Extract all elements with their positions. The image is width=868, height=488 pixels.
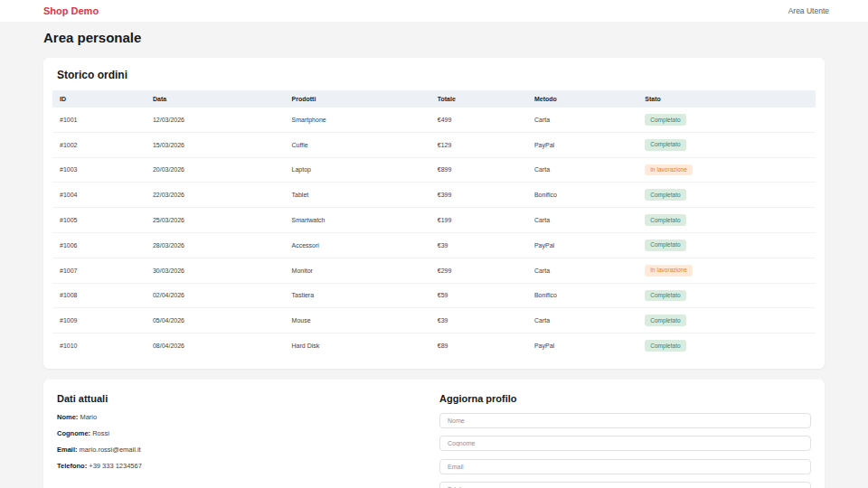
info-label-cognome: Cognome:	[57, 429, 90, 437]
order-product-cell: Mouse	[285, 308, 430, 333]
cognome-field[interactable]	[439, 436, 811, 451]
order-date-cell: 30/03/2026	[146, 258, 285, 283]
telefono-field[interactable]	[439, 482, 811, 488]
info-value-email: mario.rossi@email.it	[78, 446, 141, 454]
table-row: #101008/04/2026Hard Disk€89PayPalComplet…	[52, 333, 816, 358]
top-navbar: Shop Demo Area Utente	[0, 0, 868, 22]
order-id-cell: #1009	[52, 308, 146, 333]
info-value-cognome: Rossi	[90, 429, 109, 437]
orders-card-title: Storico ordini	[57, 69, 811, 81]
order-status-cell: Completato	[637, 132, 816, 157]
info-line-cognome: Cognome: Rossi	[57, 429, 421, 437]
table-row: #100215/03/2026Cuffie€129PayPalCompletat…	[52, 132, 816, 157]
column-header-stato: Stato	[637, 90, 816, 108]
order-total-cell: €199	[430, 208, 527, 233]
order-status-cell: In lavorazione	[637, 157, 816, 183]
order-product-cell: Accessori	[285, 232, 430, 258]
profile-card: Dati attuali Nome: Mario Cognome: Rossi …	[43, 380, 825, 488]
orders-table-head: ID Data Prodotti Totale Metodo Stato	[52, 90, 816, 108]
order-method-cell: Carta	[527, 157, 637, 183]
order-total-cell: €59	[430, 283, 527, 308]
order-method-cell: PayPal	[527, 132, 637, 157]
order-total-cell: €299	[430, 258, 527, 283]
nav-link-area-utente[interactable]: Area Utente	[788, 6, 829, 15]
order-status-cell: Completato	[637, 283, 816, 308]
order-id-cell: #1004	[52, 183, 146, 208]
table-row: #100802/04/2026Tastiera€59BonificoComple…	[52, 283, 816, 308]
order-date-cell: 02/04/2026	[146, 283, 285, 308]
info-value-nome: Mario	[78, 413, 97, 421]
status-badge: Completato	[645, 114, 685, 126]
order-total-cell: €89	[430, 333, 527, 358]
order-status-cell: Completato	[637, 208, 816, 233]
order-total-cell: €129	[430, 132, 527, 157]
order-date-cell: 25/03/2026	[146, 208, 285, 233]
status-badge: Completato	[645, 314, 685, 326]
info-line-email: Email: mario.rossi@email.it	[57, 446, 421, 454]
info-line-nome: Nome: Mario	[57, 413, 421, 421]
order-product-cell: Laptop	[285, 157, 430, 183]
order-method-cell: Bonifico	[527, 283, 637, 308]
column-header-id: ID	[52, 90, 146, 108]
order-date-cell: 15/03/2026	[146, 132, 285, 157]
order-status-cell: Completato	[637, 108, 816, 132]
update-profile-section: Aggiorna profilo Salva modifiche	[439, 393, 811, 488]
order-id-cell: #1002	[52, 132, 146, 157]
orders-table-body: #100112/03/2026Smartphone€499CartaComple…	[52, 108, 816, 358]
orders-table: ID Data Prodotti Totale Metodo Stato #10…	[52, 90, 816, 358]
column-header-metodo: Metodo	[527, 90, 637, 108]
order-product-cell: Smartwatch	[285, 208, 430, 233]
orders-card: Storico ordini ID Data Prodotti Totale M…	[43, 58, 825, 369]
order-id-cell: #1003	[52, 157, 146, 183]
order-date-cell: 28/03/2026	[146, 232, 285, 258]
order-method-cell: Carta	[527, 108, 637, 132]
email-field[interactable]	[439, 459, 811, 474]
order-id-cell: #1008	[52, 283, 146, 308]
order-status-cell: In lavorazione	[637, 258, 816, 283]
order-date-cell: 12/03/2026	[146, 108, 285, 132]
current-data-title: Dati attuali	[57, 393, 421, 404]
status-badge: Completato	[645, 189, 685, 201]
info-label-email: Email:	[57, 446, 78, 454]
order-status-cell: Completato	[637, 183, 816, 208]
status-badge: In lavorazione	[645, 164, 692, 176]
column-header-data: Data	[146, 90, 285, 108]
table-row: #100525/03/2026Smartwatch€199CartaComple…	[52, 208, 816, 233]
brand-logo[interactable]: Shop Demo	[43, 5, 99, 16]
order-method-cell: Carta	[527, 258, 637, 283]
order-product-cell: Hard Disk	[285, 333, 430, 358]
order-date-cell: 20/03/2026	[146, 157, 285, 183]
order-method-cell: Carta	[527, 308, 637, 333]
column-header-prodotti: Prodotti	[285, 90, 430, 108]
order-id-cell: #1007	[52, 258, 146, 283]
info-label-nome: Nome:	[57, 413, 78, 421]
order-date-cell: 08/04/2026	[146, 333, 285, 358]
order-id-cell: #1010	[52, 333, 146, 358]
order-product-cell: Tablet	[285, 183, 430, 208]
order-total-cell: €499	[430, 108, 527, 132]
table-row: #100730/03/2026Monitor€299CartaIn lavora…	[52, 258, 816, 283]
status-badge: Completato	[645, 214, 685, 226]
order-method-cell: PayPal	[527, 232, 637, 258]
page-title: Area personale	[43, 30, 825, 45]
order-status-cell: Completato	[637, 333, 816, 358]
info-value-telefono: +39 333 1234567	[87, 462, 142, 470]
order-method-cell: Bonifico	[527, 183, 637, 208]
nome-field[interactable]	[439, 413, 811, 428]
order-method-cell: PayPal	[527, 333, 637, 358]
status-badge: Completato	[645, 290, 685, 302]
table-row: #100320/03/2026Laptop€899CartaIn lavoraz…	[52, 157, 816, 183]
status-badge: Completato	[645, 239, 685, 251]
order-id-cell: #1006	[52, 232, 146, 258]
order-product-cell: Monitor	[285, 258, 430, 283]
order-date-cell: 22/03/2026	[146, 183, 285, 208]
order-total-cell: €39	[430, 232, 527, 258]
order-id-cell: #1005	[52, 208, 146, 233]
order-total-cell: €899	[430, 157, 527, 183]
update-profile-title: Aggiorna profilo	[439, 393, 811, 404]
order-status-cell: Completato	[637, 308, 816, 333]
orders-header-row: ID Data Prodotti Totale Metodo Stato	[52, 90, 816, 108]
info-line-telefono: Telefono: +39 333 1234567	[57, 462, 421, 470]
order-product-cell: Tastiera	[285, 283, 430, 308]
table-row: #100628/03/2026Accessori€39PayPalComplet…	[52, 232, 816, 258]
